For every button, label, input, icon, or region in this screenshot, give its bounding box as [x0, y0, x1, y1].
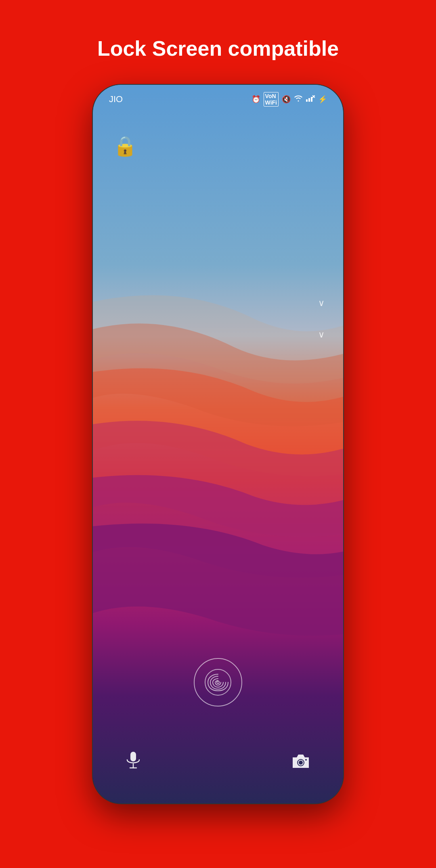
bottom-nav — [93, 751, 343, 775]
microphone-icon[interactable] — [125, 751, 141, 775]
wifi-icon — [294, 95, 303, 104]
mute-icon: 🔇 — [282, 95, 291, 104]
notifications-area: Tube Float • now ∨ System Update ∨ — [103, 289, 333, 349]
battery-status-text: 77% • Warp Charging (Less than 25 min re… — [113, 264, 323, 273]
phone-mockup: JIO ⏰ VoNWiFi 🔇 — [93, 85, 343, 803]
svg-rect-3 — [311, 97, 312, 102]
time-display: 5:30 — [113, 204, 323, 243]
update-bar-2 — [115, 334, 122, 335]
notification-left-2: System Update — [111, 328, 192, 342]
fingerprint-ring — [194, 658, 242, 707]
time-area: Monday 5:30 April 11 77% • Warp Charging… — [93, 166, 343, 277]
notification-left-1: Tube Float • now — [111, 296, 198, 310]
alarm-icon: ⏰ — [252, 95, 260, 104]
notification-system-update[interactable]: System Update ∨ — [103, 321, 333, 349]
svg-rect-1 — [306, 99, 308, 102]
carrier-label: JIO — [109, 94, 123, 105]
day-display: Monday — [113, 170, 323, 204]
svg-point-6 — [205, 669, 231, 695]
battery-charging-icon: ⚡ — [318, 95, 327, 104]
tube-float-icon — [111, 296, 125, 310]
vpn-wifi-icon: VoNWiFi — [264, 92, 279, 107]
lock-icon: 🔒 — [113, 135, 137, 157]
svg-point-13 — [305, 759, 307, 761]
phone-screen: JIO ⏰ VoNWiFi 🔇 — [93, 85, 343, 803]
svg-rect-8 — [130, 752, 136, 761]
fingerprint-svg — [204, 668, 232, 696]
system-update-text: System Update — [132, 329, 192, 340]
camera-icon[interactable] — [291, 753, 311, 774]
tube-float-text: Tube Float • now — [132, 298, 198, 308]
notification-expand-2[interactable]: ∨ — [318, 329, 325, 340]
svg-rect-2 — [308, 98, 310, 102]
date-display: April 11 — [113, 248, 323, 260]
update-bar-3 — [115, 336, 122, 337]
page-title: Lock Screen compatible — [97, 36, 339, 61]
notification-expand-1[interactable]: ∨ — [318, 298, 325, 308]
status-bar: JIO ⏰ VoNWiFi 🔇 — [93, 85, 343, 111]
lock-icon-area: 🔒 — [93, 111, 343, 166]
notification-tube-float[interactable]: Tube Float • now ∨ — [103, 289, 333, 317]
system-update-icon — [111, 328, 125, 342]
fingerprint-sensor[interactable] — [194, 658, 242, 707]
status-icons: ⏰ VoNWiFi 🔇 — [252, 92, 327, 107]
signal-icon — [306, 95, 315, 104]
update-bar-1 — [115, 332, 122, 333]
play-triangle — [117, 300, 122, 306]
svg-point-7 — [217, 681, 219, 683]
